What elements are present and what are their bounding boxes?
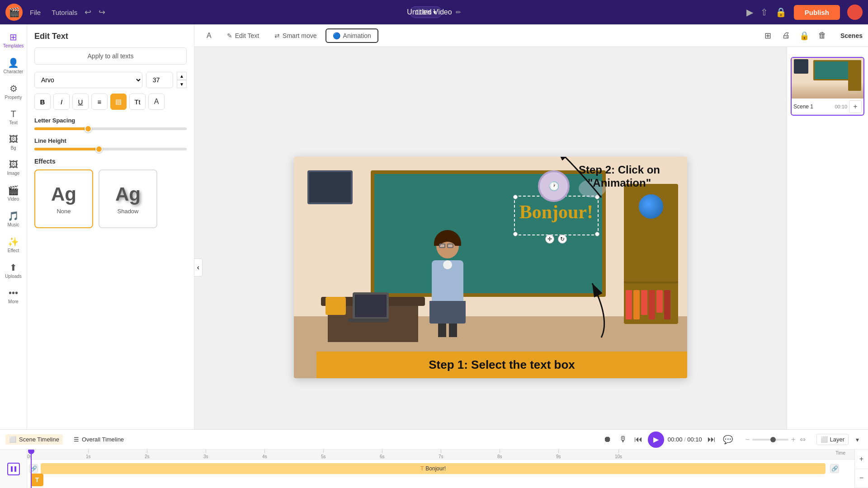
sidebar-item-image[interactable]: 🖼 Image [2,156,25,179]
text-box[interactable]: ✛ ↻ Bonjour! [519,201,593,223]
scene-1-thumbnail [792,58,863,99]
sidebar-item-more[interactable]: ••• More [2,284,25,308]
handle-br[interactable] [595,232,599,236]
smart-move-icon: ⇄ [274,32,280,39]
play-button[interactable]: ▶ [648,432,664,448]
caption-btn[interactable]: 💬 [721,433,735,446]
handle-tl[interactable] [513,195,518,199]
sidebar-item-uploads[interactable]: ⬆ Uploads [2,258,25,282]
plus-minus-col: + − [854,450,868,488]
lock2-icon[interactable]: 🔒 [797,28,811,43]
sidebar-item-video[interactable]: 🎬 Video [2,181,25,205]
zoom-expand-icon[interactable]: ⇔ [800,435,806,444]
canvas-container: ✛ ↻ Bonjour! 🕐 [294,157,687,378]
sidebar-item-character[interactable]: 👤 Character [2,54,25,78]
zoom-slider[interactable] [752,439,788,441]
font-size-down[interactable]: ▼ [177,80,187,88]
clip-link-right[interactable]: 🔗 [830,464,839,473]
move-handle[interactable]: ✛ [545,235,554,244]
effect-none[interactable]: Ag None [34,169,93,228]
timeline-playhead[interactable] [31,450,32,488]
print-icon[interactable]: 🖨 [779,28,793,43]
clip-link-left[interactable]: 🔗 [29,464,38,473]
panel-title: Edit Text [34,32,187,41]
effect-shadow-label: Shadow [118,208,139,215]
bookshelf [624,184,678,324]
layer-icon: ⬜ [821,436,828,443]
toolbar-edit-text[interactable]: ✎ Edit Text [220,29,266,42]
share-icon[interactable]: ⇧ [760,7,768,18]
skip-forward-btn[interactable]: ⏭ [706,433,717,446]
toolbar: A ✎ Edit Text ⇄ Smart move 🔵 Animation ⊞… [194,24,868,47]
font-size-input[interactable] [146,72,173,88]
layer-button[interactable]: ⬜ Layer [816,434,849,445]
sidebar-item-bg[interactable]: 🖼 Bg [2,131,25,154]
playhead-icon[interactable] [7,463,20,475]
animation-icon: 🔵 [333,32,340,39]
italic-button[interactable]: I [53,94,70,110]
align-center-button[interactable]: ▤ [110,94,127,110]
sidebar-item-music[interactable]: 🎵 Music [2,207,25,231]
zoom-plus-icon[interactable]: + [791,436,795,444]
collapse-panel-btn[interactable]: ‹ [194,258,203,277]
scene-add-button[interactable]: + [849,100,862,113]
handle-bl[interactable] [513,232,518,236]
timeline-plus-btn[interactable]: + [855,450,868,469]
overall-timeline-tab[interactable]: ☰ Overall Timeline [70,434,127,445]
letter-spacing-slider[interactable] [34,127,187,130]
rotate-handle[interactable]: ↻ [558,235,567,244]
toolbar-smart-move[interactable]: ⇄ Smart move [268,29,323,42]
toolbar-animation[interactable]: 🔵 Animation [326,28,378,43]
scene-1-label: Scene 1 00:10 + [792,99,863,115]
font-family-select[interactable]: Arvo [34,72,142,88]
lock-icon[interactable]: 🔒 [775,7,787,18]
track-clip-bonjour[interactable]: T Bonjour! [41,463,826,474]
app-logo[interactable]: 🎬 [5,4,23,21]
scene-timeline-tab[interactable]: ⬜ Scene Timeline [5,434,63,445]
video-title[interactable]: Untitled Video [407,8,452,16]
user-avatar[interactable] [847,5,863,20]
sidebar-item-templates[interactable]: ⊞ Templates [2,28,25,52]
undo-btn[interactable]: ↩ [85,7,91,17]
align-left-button[interactable]: ≡ [91,94,108,110]
mic-btn[interactable]: 🎙 [617,433,629,446]
menu-file[interactable]: File [30,9,41,16]
preview-icon[interactable]: ▶ [746,7,753,18]
layer-expand-btn[interactable]: ▾ [852,434,863,445]
record-btn[interactable]: ⏺ [602,433,613,446]
sidebar-item-property[interactable]: ⚙ Property [2,80,25,103]
grid-icon[interactable]: ⊞ [761,28,775,43]
skip-back-btn[interactable]: ⏮ [632,433,644,446]
menu-tutorials[interactable]: Tutorials [52,9,77,16]
publish-button[interactable]: Publish [794,5,840,20]
sidebar-item-effect[interactable]: ✨ Effect [2,233,25,257]
t-icon[interactable]: T [31,474,43,486]
effect-none-label: None [57,208,71,215]
apply-all-button[interactable]: Apply to all texts [34,47,187,65]
left-panel: Edit Text Apply to all texts Arvo ▲ ▼ B … [27,24,194,488]
toolbar-text-a[interactable]: A [200,28,218,43]
font-size-up[interactable]: ▲ [177,72,187,80]
trash-icon[interactable]: 🗑 [815,28,830,43]
zoom-thumb[interactable] [770,437,776,442]
sidebar-item-text[interactable]: T Text [2,105,25,129]
text-transform-button[interactable]: Tt [129,94,146,110]
effect-shadow[interactable]: Ag Shadow [99,169,157,228]
bold-button[interactable]: B [34,94,51,110]
line-height-slider[interactable] [34,148,187,150]
text-color-button[interactable]: A [148,94,165,110]
effects-grid: Ag None Ag Shadow [34,169,187,228]
templates-icon: ⊞ [9,32,17,42]
timeline-minus-btn[interactable]: − [855,469,868,488]
zoom-minus-icon[interactable]: − [745,436,750,444]
underline-button[interactable]: U [72,94,89,110]
classroom-desk [321,297,425,351]
title-edit-icon[interactable]: ✏ [456,9,461,16]
redo-btn[interactable]: ↪ [99,7,105,17]
timeline-clip-row: 🔗 T Bonjour! 🔗 [41,462,827,475]
scene-1-thumb[interactable]: Scene 1 00:10 + [791,57,864,116]
text-box-container[interactable]: ✛ ↻ Bonjour! [519,201,593,223]
globe [637,193,665,220]
edit-text-icon: ✎ [227,32,232,39]
scene-timeline-icon: ⬜ [9,436,16,443]
